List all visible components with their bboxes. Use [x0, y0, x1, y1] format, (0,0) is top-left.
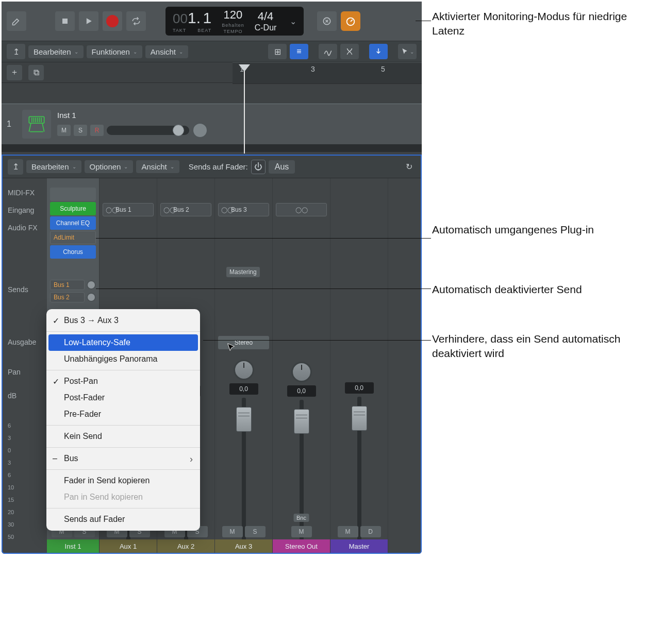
edit-menu[interactable]: Bearbeiten⌄ — [28, 45, 84, 58]
aux3-db[interactable]: 0,0 — [229, 383, 258, 395]
aux3-solo[interactable]: S — [245, 526, 266, 537]
mixer-uplevel-button[interactable]: ↥ — [8, 159, 23, 175]
master-db[interactable]: 0,0 — [345, 382, 374, 394]
stop-button[interactable] — [55, 11, 75, 31]
menu-sends-on-fader[interactable]: Sends auf Fader — [46, 511, 200, 528]
view-menu[interactable]: Ansicht⌄ — [145, 45, 188, 58]
list-view-button[interactable]: ≡ — [290, 44, 308, 59]
functions-menu[interactable]: Funktionen⌄ — [87, 45, 142, 58]
up-level-button[interactable]: ↥ — [7, 44, 25, 59]
audiofx-chorus[interactable]: Chorus — [50, 245, 96, 259]
master-mute[interactable]: M — [338, 526, 358, 537]
track-name[interactable]: Inst 1 — [57, 111, 208, 120]
tempo-value[interactable]: 120 — [224, 8, 243, 22]
lcd-chevron-icon[interactable]: ⌄ — [290, 16, 296, 26]
stereo-fader[interactable] — [294, 409, 309, 434]
channel-stereo-out: ◯◯ 0,0 Bnc M Stereo Out — [273, 178, 330, 553]
aux3-pan[interactable] — [234, 360, 254, 380]
aux1-input-bus1[interactable]: ◯◯Bus 1 — [103, 203, 154, 216]
channel-name-aux3[interactable]: Aux 3 — [215, 539, 272, 553]
cycle-button[interactable] — [126, 11, 146, 31]
solo-button[interactable]: S — [74, 125, 87, 136]
beat-label: BEAT — [197, 28, 211, 33]
playhead[interactable] — [239, 64, 250, 154]
send-bus2[interactable]: Bus 2 — [50, 292, 85, 302]
send-bus1[interactable]: Bus 1 — [50, 280, 85, 290]
low-latency-button[interactable] — [341, 11, 360, 31]
timesig-value[interactable]: 4/4 — [258, 10, 274, 23]
rowlabel-output: Ausgabe — [3, 338, 47, 346]
view-menu-label: Ansicht — [151, 47, 176, 56]
send-bus2-knob[interactable] — [87, 293, 96, 302]
audiofx-adlimit-bypassed[interactable]: AdLimit — [50, 231, 96, 244]
add-track-button[interactable]: ＋ — [7, 65, 22, 80]
mixer-refresh-button[interactable]: ↻ — [402, 159, 416, 175]
play-button[interactable] — [79, 11, 98, 31]
input-slot-sculpture[interactable]: Sculpture — [50, 202, 96, 215]
stereo-icon: ◯◯ — [221, 207, 234, 213]
key-value[interactable]: C-Dur — [255, 23, 277, 32]
master-dim[interactable]: D — [360, 526, 381, 537]
sends-power-button[interactable]: ⏻ — [251, 160, 266, 174]
sends-off-label: Aus — [275, 162, 289, 171]
master-fader[interactable] — [352, 406, 367, 431]
automation-button[interactable] — [319, 44, 337, 59]
aux3-input-bus3[interactable]: ◯◯Bus 3 — [218, 203, 269, 216]
sends-off-button[interactable]: Aus — [269, 160, 295, 174]
midifx-slot[interactable] — [50, 188, 96, 201]
callout-disabled-send: Automatisch deaktivierter Send — [432, 282, 628, 297]
audiofx-channel-eq[interactable]: Channel EQ — [50, 216, 96, 230]
mixer-edit-menu[interactable]: Bearbeiten⌄ — [26, 160, 81, 173]
menu-post-fader[interactable]: Post-Fader — [46, 389, 200, 406]
timeline-ruler[interactable]: 1 3 5 — [233, 62, 422, 84]
pointer-tool-button[interactable]: ⌄ — [398, 44, 417, 59]
channel-name-aux2[interactable]: Aux 2 — [157, 539, 214, 553]
stereo-pan[interactable] — [291, 362, 312, 382]
menu-low-latency-safe[interactable]: Low-Latency-Safe — [48, 334, 198, 351]
send-bus1-knob[interactable] — [87, 280, 96, 290]
rec-enable-button[interactable]: R — [90, 125, 104, 136]
channel-name-aux1[interactable]: Aux 1 — [100, 539, 157, 553]
takt-value[interactable]: 1. — [188, 9, 201, 26]
flex-button[interactable] — [340, 44, 359, 59]
editor-toolbar: ↥ Bearbeiten⌄ Funktionen⌄ Ansicht⌄ ⊞ ≡ ⌄ — [2, 41, 422, 62]
lcd-display: 001. 1 TAKT BEAT 120 Behalten TEMPO 4/4 … — [165, 7, 304, 36]
mixer-view-label: Ansicht — [141, 162, 167, 171]
menu-copy-fader[interactable]: Fader in Send kopieren — [46, 472, 200, 489]
aux3-fader[interactable] — [236, 407, 252, 432]
menu-post-pan[interactable]: Post-Pan — [46, 373, 200, 389]
track-row[interactable]: 1 Inst 1 M S R — [2, 104, 422, 145]
stereo-input[interactable]: ◯◯ — [276, 203, 327, 216]
stereo-db[interactable]: 0,0 — [287, 385, 316, 397]
catch-button[interactable] — [369, 44, 388, 59]
channel-master: 0,0 MD Master — [330, 178, 388, 553]
stereo-mute[interactable]: M — [291, 526, 312, 537]
aux3-mute[interactable]: M — [222, 526, 243, 537]
mute-button[interactable]: M — [57, 125, 71, 136]
volume-slider[interactable] — [107, 126, 189, 135]
beat-value[interactable]: 1 — [203, 9, 211, 26]
channel-name-stereo[interactable]: Stereo Out — [273, 539, 330, 553]
callout-prevent-disable: Verhindere, dass ein Send automatisch de… — [432, 332, 628, 361]
takt-prefix: 00 — [173, 11, 188, 26]
bounce-button[interactable]: Bnc — [293, 514, 309, 522]
edit-tool-button[interactable] — [7, 11, 26, 31]
channel-name-master[interactable]: Master — [330, 539, 388, 553]
close-extra-button[interactable] — [317, 11, 337, 31]
channel-name-inst1[interactable]: Inst 1 — [47, 539, 99, 553]
menu-pre-fader[interactable]: Pre-Fader — [46, 406, 200, 422]
db-scale: 630361015203050 — [8, 419, 14, 543]
menu-title[interactable]: Bus 3 → Aux 3 — [46, 312, 200, 329]
mixer-options-menu[interactable]: Optionen⌄ — [85, 160, 134, 173]
tempo-sublabel: Behalten — [222, 23, 244, 28]
menu-bus-submenu[interactable]: Bus — [46, 450, 200, 467]
mixer-view-menu[interactable]: Ansicht⌄ — [136, 160, 179, 173]
grid-snap-button[interactable]: ⊞ — [268, 44, 287, 59]
record-button[interactable] — [103, 11, 122, 31]
aux2-input-bus2[interactable]: ◯◯Bus 2 — [160, 203, 211, 216]
pan-knob[interactable] — [192, 123, 208, 138]
rowlabel-audiofx: Audio FX — [3, 224, 47, 232]
menu-no-send[interactable]: Kein Send — [46, 428, 200, 445]
duplicate-track-button[interactable]: ⧉ — [28, 65, 44, 80]
menu-independent-pan[interactable]: Unabhängiges Panorama — [46, 351, 200, 367]
